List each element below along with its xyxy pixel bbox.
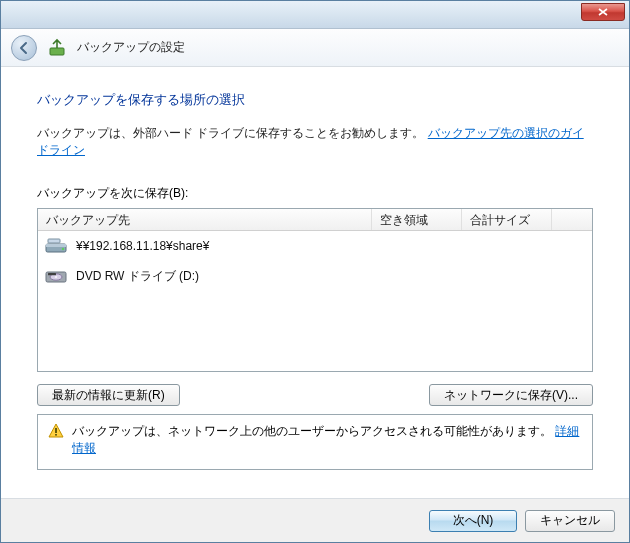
refresh-button[interactable]: 最新の情報に更新(R) [37,384,180,406]
footer-bar: 次へ(N) キャンセル [1,498,629,542]
next-button[interactable]: 次へ(N) [429,510,517,532]
list-button-row: 最新の情報に更新(R) ネットワークに保存(V)... [37,384,593,406]
list-body: ¥¥192.168.11.18¥share¥ DVD RW ドライブ (D:) [38,231,592,291]
col-destination[interactable]: バックアップ先 [38,209,372,230]
svg-point-7 [55,276,58,277]
desc-prefix: バックアップは、外部ハード ドライブに保存することをお勧めします。 [37,126,424,140]
content-area: バックアップを保存する場所の選択 バックアップは、外部ハード ドライブに保存する… [1,67,629,498]
cancel-button[interactable]: キャンセル [525,510,615,532]
svg-rect-8 [48,273,56,275]
dialog-window: バックアップの設定 バックアップを保存する場所の選択 バックアップは、外部ハード… [0,0,630,543]
close-button[interactable] [581,3,625,21]
description-text: バックアップは、外部ハード ドライブに保存することをお勧めします。 バックアップ… [37,125,593,159]
svg-point-3 [62,248,64,250]
warning-panel: バックアップは、ネットワーク上の他のユーザーからアクセスされる可能性があります。… [37,414,593,470]
col-total-size[interactable]: 合計サイズ [462,209,552,230]
list-label: バックアップを次に保存(B): [37,185,593,202]
backup-icon [47,38,67,58]
back-button[interactable] [11,35,37,61]
col-spacer [552,209,592,230]
back-arrow-icon [17,41,31,55]
svg-rect-9 [55,428,57,433]
wizard-header: バックアップの設定 [1,29,629,67]
list-item-text: ¥¥192.168.11.18¥share¥ [76,239,209,253]
list-item[interactable]: ¥¥192.168.11.18¥share¥ [38,231,592,261]
page-heading: バックアップを保存する場所の選択 [37,91,593,109]
warning-text: バックアップは、ネットワーク上の他のユーザーからアクセスされる可能性があります。 [72,424,552,438]
svg-rect-2 [46,244,66,247]
header-title: バックアップの設定 [77,39,185,56]
warning-content: バックアップは、ネットワーク上の他のユーザーからアクセスされる可能性があります。… [72,423,582,457]
col-free-space[interactable]: 空き領域 [372,209,462,230]
titlebar [1,1,629,29]
warning-icon [48,423,64,439]
svg-rect-0 [50,48,64,55]
dvd-drive-icon [44,266,68,286]
list-header: バックアップ先 空き領域 合計サイズ [38,209,592,231]
svg-rect-4 [48,239,60,243]
list-item[interactable]: DVD RW ドライブ (D:) [38,261,592,291]
save-network-button[interactable]: ネットワークに保存(V)... [429,384,593,406]
list-item-text: DVD RW ドライブ (D:) [76,268,199,285]
network-drive-icon [44,236,68,256]
close-icon [598,8,608,16]
destination-list[interactable]: バックアップ先 空き領域 合計サイズ ¥¥192.168.11.18 [37,208,593,372]
svg-rect-10 [55,434,57,436]
